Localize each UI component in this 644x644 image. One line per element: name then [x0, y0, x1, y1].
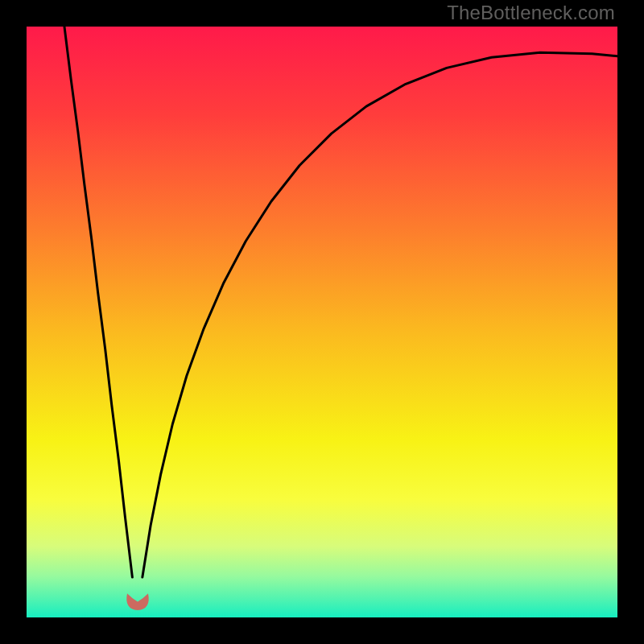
plot-area [27, 27, 617, 617]
chart-frame: TheBottleneck.com [0, 0, 644, 644]
gradient-background [27, 27, 617, 617]
chart-svg [27, 27, 617, 617]
watermark-text: TheBottleneck.com [447, 2, 615, 24]
